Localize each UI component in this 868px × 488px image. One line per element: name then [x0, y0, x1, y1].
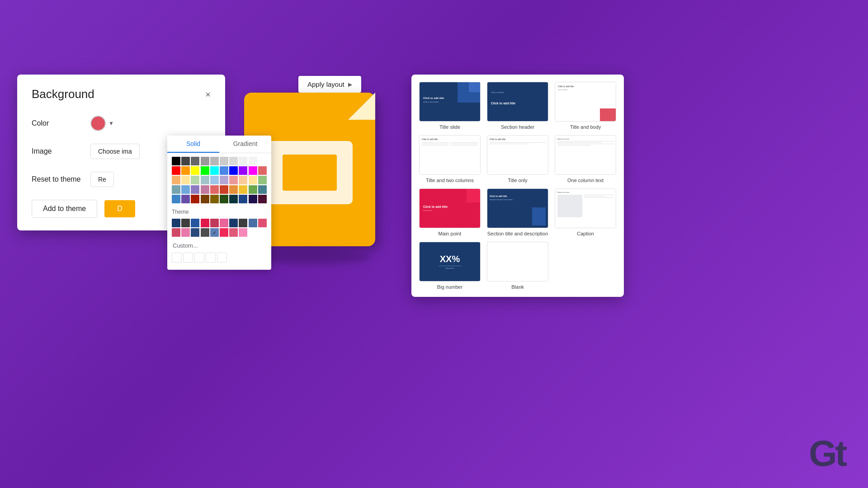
theme-color-3[interactable]	[201, 219, 209, 227]
theme-color-1[interactable]	[181, 219, 190, 227]
standard-color-25[interactable]	[220, 176, 228, 184]
custom-link[interactable]: Custom...	[167, 239, 271, 251]
theme-color-0[interactable]	[172, 219, 180, 227]
standard-color-24[interactable]	[210, 176, 219, 184]
layout-item-title-body[interactable]: Click to add title Click to add text Tit…	[554, 82, 617, 130]
standard-color-41[interactable]	[181, 195, 190, 203]
standard-color-15[interactable]	[220, 166, 228, 175]
standard-color-13[interactable]	[201, 166, 209, 175]
custom-swatch-2[interactable]	[183, 253, 193, 263]
standard-color-48[interactable]	[249, 195, 257, 203]
layout-item-title-only[interactable]: Click to add title Title only	[486, 135, 549, 183]
theme-color-11[interactable]	[181, 228, 190, 237]
standard-color-45[interactable]	[220, 195, 228, 203]
close-button[interactable]: ×	[205, 90, 211, 99]
theme-color-6[interactable]	[229, 219, 238, 227]
standard-color-11[interactable]	[181, 166, 190, 175]
custom-swatch-1[interactable]	[172, 253, 182, 263]
standard-color-18[interactable]	[249, 166, 257, 175]
choose-image-button[interactable]: Choose ima	[90, 144, 140, 159]
apply-layout-button[interactable]: Apply layout ▶	[298, 76, 361, 93]
standard-color-20[interactable]	[172, 176, 180, 184]
standard-color-38[interactable]	[249, 185, 257, 194]
layout-item-main-point[interactable]: Click to add title description text Main…	[419, 188, 481, 236]
layout-thumb-blank	[487, 242, 548, 282]
standard-color-0[interactable]	[172, 157, 180, 165]
standard-color-22[interactable]	[191, 176, 199, 184]
reset-button[interactable]: Re	[90, 172, 114, 187]
theme-color-10[interactable]	[172, 228, 180, 237]
standard-color-46[interactable]	[229, 195, 238, 203]
standard-color-19[interactable]	[258, 166, 267, 175]
layout-item-section-title-desc[interactable]: Click to add title description descripti…	[486, 188, 549, 236]
standard-color-6[interactable]	[229, 157, 238, 165]
layout-item-big-number[interactable]: XX% body text here Big number	[419, 242, 481, 290]
standard-color-49[interactable]	[258, 195, 267, 203]
standard-color-7[interactable]	[239, 157, 247, 165]
standard-color-36[interactable]	[229, 185, 238, 194]
standard-color-35[interactable]	[220, 185, 228, 194]
standard-color-23[interactable]	[201, 176, 209, 184]
color-swatch-button[interactable]	[90, 116, 106, 131]
standard-color-28[interactable]	[249, 176, 257, 184]
layout-label-title-body: Title and body	[570, 124, 601, 130]
standard-color-37[interactable]	[239, 185, 247, 194]
custom-swatch-5[interactable]	[217, 253, 227, 263]
standard-color-16[interactable]	[229, 166, 238, 175]
standard-color-39[interactable]	[258, 185, 267, 194]
color-dropdown-arrow[interactable]: ▼	[108, 120, 114, 127]
layout-item-two-columns[interactable]: Click to add title	[419, 135, 481, 183]
dialog-title: Background	[32, 87, 94, 101]
gradient-tab[interactable]: Gradient	[219, 136, 271, 153]
layout-item-one-col[interactable]: Blank note text One column text	[554, 135, 617, 183]
image-label: Image	[32, 147, 90, 155]
standard-color-8[interactable]	[249, 157, 257, 165]
standard-color-40[interactable]	[172, 195, 180, 203]
standard-color-10[interactable]	[172, 166, 180, 175]
theme-color-7[interactable]	[239, 219, 247, 227]
standard-color-44[interactable]	[210, 195, 219, 203]
standard-color-4[interactable]	[210, 157, 219, 165]
standard-color-12[interactable]	[191, 166, 199, 175]
standard-color-33[interactable]	[201, 185, 209, 194]
standard-color-14[interactable]	[210, 166, 219, 175]
theme-color-2[interactable]	[191, 219, 199, 227]
standard-color-42[interactable]	[191, 195, 199, 203]
theme-color-8[interactable]	[249, 219, 257, 227]
standard-color-3[interactable]	[201, 157, 209, 165]
layout-item-title-slide[interactable]: Click to add title Click to add subtitle…	[419, 82, 481, 130]
reset-label: Reset to theme	[32, 175, 90, 183]
theme-color-5[interactable]	[220, 219, 228, 227]
standard-color-32[interactable]	[191, 185, 199, 194]
theme-color-13[interactable]	[201, 228, 209, 237]
standard-color-29[interactable]	[258, 176, 267, 184]
add-to-theme-button[interactable]: Add to theme	[32, 200, 97, 218]
standard-color-31[interactable]	[181, 185, 190, 194]
layout-item-section-header[interactable]: Click to add title Click to add title Se…	[486, 82, 549, 130]
theme-color-4[interactable]	[210, 219, 219, 227]
theme-color-14[interactable]	[210, 228, 219, 237]
standard-color-17[interactable]	[239, 166, 247, 175]
standard-color-47[interactable]	[239, 195, 247, 203]
standard-color-26[interactable]	[229, 176, 238, 184]
standard-color-43[interactable]	[201, 195, 209, 203]
solid-tab[interactable]: Solid	[167, 136, 219, 153]
standard-color-5[interactable]	[220, 157, 228, 165]
theme-color-15[interactable]	[220, 228, 228, 237]
standard-color-21[interactable]	[181, 176, 190, 184]
theme-color-9[interactable]	[258, 219, 267, 227]
layout-item-caption[interactable]: Blank note text Caption	[554, 188, 617, 236]
standard-color-9[interactable]	[258, 157, 267, 165]
standard-color-30[interactable]	[172, 185, 180, 194]
theme-color-16[interactable]	[229, 228, 238, 237]
theme-color-12[interactable]	[191, 228, 199, 237]
custom-swatch-3[interactable]	[194, 253, 204, 263]
done-button[interactable]: D	[104, 200, 135, 217]
standard-color-1[interactable]	[181, 157, 190, 165]
custom-swatch-4[interactable]	[206, 253, 216, 263]
layout-item-blank[interactable]: Blank	[486, 242, 549, 290]
standard-color-34[interactable]	[210, 185, 219, 194]
standard-color-27[interactable]	[239, 176, 247, 184]
standard-color-2[interactable]	[191, 157, 199, 165]
theme-color-17[interactable]	[239, 228, 247, 237]
